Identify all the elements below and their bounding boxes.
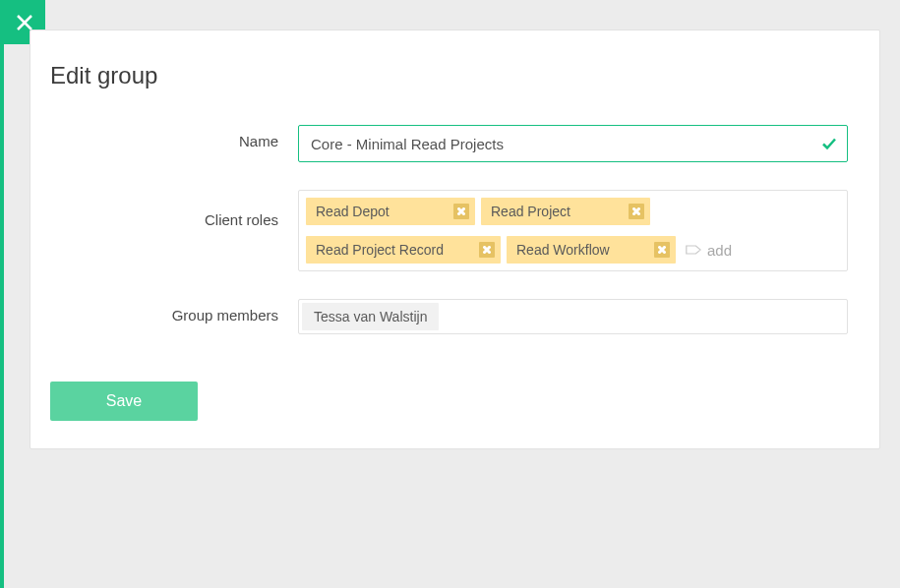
close-icon xyxy=(457,207,465,215)
role-tag-label: Read Depot xyxy=(316,204,453,219)
role-tag-remove[interactable] xyxy=(453,204,469,219)
role-tag-label: Read Project xyxy=(491,204,629,219)
close-icon xyxy=(16,14,33,31)
group-members-box[interactable]: Tessa van Walstijn xyxy=(298,299,848,334)
name-input[interactable] xyxy=(299,126,811,161)
client-roles-row: Client roles Read Depot Read Project xyxy=(62,190,848,271)
member-chip: Tessa van Walstijn xyxy=(302,303,439,330)
save-button[interactable]: Save xyxy=(50,382,198,421)
name-row: Name xyxy=(62,125,848,162)
add-role-input[interactable]: add xyxy=(682,242,732,259)
role-tag-label: Read Project Record xyxy=(316,242,479,258)
role-tag: Read Depot xyxy=(306,198,475,225)
check-icon xyxy=(821,136,837,151)
tag-icon xyxy=(686,243,701,257)
add-role-placeholder: add xyxy=(707,242,732,259)
role-tag-remove[interactable] xyxy=(479,242,495,258)
close-icon xyxy=(658,246,666,254)
edit-group-panel: Edit group Name Client roles Read Depot xyxy=(30,29,880,449)
role-tag: Read Project xyxy=(481,198,650,225)
left-accent-bar xyxy=(0,0,4,588)
close-icon xyxy=(632,207,640,215)
role-tag-remove[interactable] xyxy=(629,204,644,219)
client-roles-label: Client roles xyxy=(62,190,298,228)
role-tag: Read Workflow xyxy=(507,236,676,264)
group-members-row: Group members Tessa van Walstijn xyxy=(62,299,848,334)
client-roles-tagbox[interactable]: Read Depot Read Project xyxy=(298,190,848,271)
name-label: Name xyxy=(62,125,298,149)
page-title: Edit group xyxy=(50,62,848,89)
group-members-label: Group members xyxy=(62,299,298,323)
role-tag-remove[interactable] xyxy=(654,242,670,258)
name-input-wrap xyxy=(298,125,848,162)
role-tag: Read Project Record xyxy=(306,236,501,264)
close-icon xyxy=(483,246,491,254)
name-valid-indicator xyxy=(811,136,847,151)
role-tag-label: Read Workflow xyxy=(516,242,654,258)
member-chip-label: Tessa van Walstijn xyxy=(314,309,427,324)
